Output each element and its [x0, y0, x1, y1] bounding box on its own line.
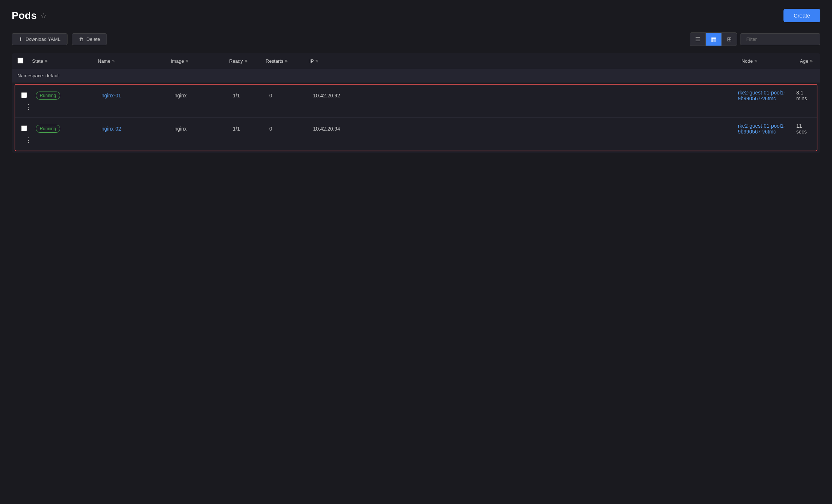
sort-state-icon: ⇅	[45, 59, 47, 63]
row2-checkbox-cell	[21, 125, 36, 132]
row1-ip: 10.42.20.92	[313, 93, 738, 98]
table-view-button[interactable]: ⊞	[722, 33, 737, 46]
pods-table: State ⇅ Name ⇅ Image ⇅ Ready ⇅ Restarts …	[12, 53, 820, 153]
table-row: Running nginx-01 nginx 1/1 0 10.42.20.92…	[15, 85, 817, 118]
col-state[interactable]: State ⇅	[32, 58, 98, 64]
row1-node[interactable]: rke2-guest-01-pool1-9b990567-v6tmc	[738, 90, 796, 101]
download-icon: ⬇	[19, 36, 23, 42]
list-view-button[interactable]: ☰	[690, 33, 706, 46]
row1-ready: 1/1	[233, 93, 269, 98]
table-row: Running nginx-02 nginx 1/1 0 10.42.20.94…	[15, 118, 817, 151]
col-node-label: Node	[742, 58, 753, 64]
download-yaml-label: Download YAML	[26, 36, 61, 42]
toolbar-left: ⬇ Download YAML 🗑 Delete	[12, 33, 107, 45]
select-all-checkbox[interactable]	[18, 58, 23, 63]
toolbar: ⬇ Download YAML 🗑 Delete ☰ ▦ ⊞	[12, 32, 820, 46]
select-all-cell	[18, 58, 32, 65]
view-toggle-group: ☰ ▦ ⊞	[690, 32, 737, 46]
trash-icon: 🗑	[79, 36, 84, 42]
sort-ready-icon: ⇅	[244, 59, 247, 63]
row1-checkbox[interactable]	[21, 92, 27, 98]
namespace-row: Namespace: default	[12, 69, 820, 82]
selected-rows-container: Running nginx-01 nginx 1/1 0 10.42.20.92…	[15, 84, 817, 151]
page-title: Pods	[12, 10, 36, 22]
col-age-label: Age	[800, 58, 808, 64]
row1-image: nginx	[174, 93, 233, 98]
row2-state: Running	[36, 125, 101, 133]
col-name[interactable]: Name ⇅	[98, 58, 171, 64]
col-state-label: State	[32, 58, 43, 64]
row2-age: 11 secs	[796, 123, 811, 135]
col-image-label: Image	[171, 58, 184, 64]
delete-button[interactable]: 🗑 Delete	[72, 33, 107, 45]
row2-image: nginx	[174, 126, 233, 132]
row2-more-button[interactable]: ⋮	[21, 135, 36, 146]
col-age[interactable]: Age ⇅	[800, 58, 814, 64]
row2-status-badge: Running	[36, 125, 60, 133]
col-image[interactable]: Image ⇅	[171, 58, 229, 64]
sort-restarts-icon: ⇅	[285, 59, 288, 63]
row2-ready: 1/1	[233, 126, 269, 132]
toolbar-right: ☰ ▦ ⊞	[690, 32, 820, 46]
namespace-label: Namespace: default	[18, 73, 60, 78]
row2-ip: 10.42.20.94	[313, 126, 738, 132]
folder-view-button[interactable]: ▦	[706, 33, 722, 46]
row1-name[interactable]: nginx-01	[101, 93, 174, 98]
row2-restarts: 0	[269, 126, 313, 132]
page-container: Pods ☆ Create ⬇ Download YAML 🗑 Delete ☰…	[0, 0, 832, 162]
download-yaml-button[interactable]: ⬇ Download YAML	[12, 33, 68, 45]
sort-node-icon: ⇅	[754, 59, 757, 63]
col-name-label: Name	[98, 58, 111, 64]
title-group: Pods ☆	[12, 10, 47, 22]
col-ready[interactable]: Ready ⇅	[229, 58, 266, 64]
row1-state: Running	[36, 92, 101, 100]
col-restarts-label: Restarts	[266, 58, 283, 64]
favorite-icon[interactable]: ☆	[40, 11, 47, 20]
col-ip-label: IP	[309, 58, 314, 64]
folder-icon: ▦	[711, 36, 716, 42]
filter-input[interactable]	[740, 33, 820, 45]
row1-checkbox-cell	[21, 92, 36, 99]
sort-age-icon: ⇅	[810, 59, 813, 63]
sort-image-icon: ⇅	[185, 59, 188, 63]
row1-status-badge: Running	[36, 92, 60, 100]
delete-label: Delete	[86, 36, 100, 42]
row1-restarts: 0	[269, 93, 313, 98]
col-ip[interactable]: IP ⇅	[309, 58, 742, 64]
row2-node[interactable]: rke2-guest-01-pool1-9b990567-v6tmc	[738, 123, 796, 135]
page-header: Pods ☆ Create	[12, 9, 820, 22]
row2-checkbox[interactable]	[21, 125, 27, 131]
list-icon: ☰	[695, 36, 700, 42]
sort-name-icon: ⇅	[112, 59, 115, 63]
table-header-row: State ⇅ Name ⇅ Image ⇅ Ready ⇅ Restarts …	[12, 53, 820, 69]
col-restarts[interactable]: Restarts ⇅	[266, 58, 309, 64]
create-button[interactable]: Create	[783, 9, 820, 22]
col-ready-label: Ready	[229, 58, 243, 64]
row1-more-button[interactable]: ⋮	[21, 101, 36, 112]
row2-name[interactable]: nginx-02	[101, 126, 174, 132]
sort-ip-icon: ⇅	[315, 59, 318, 63]
row1-age: 3.1 mins	[796, 90, 811, 101]
col-node[interactable]: Node ⇅	[742, 58, 800, 64]
table-icon: ⊞	[727, 36, 732, 42]
